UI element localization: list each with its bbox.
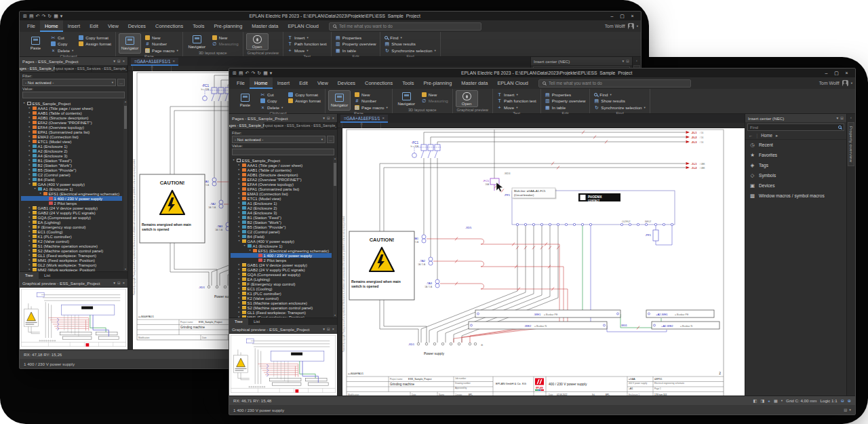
breadcrumb-home[interactable]: Home xyxy=(761,133,772,138)
ribbon-tab-view[interactable]: View xyxy=(313,77,333,89)
expander-icon[interactable]: ▸ xyxy=(237,163,241,166)
expander-icon[interactable]: ▸ xyxy=(237,220,241,223)
close-button[interactable]: × xyxy=(627,12,637,20)
ribbon-button-paste[interactable]: Paste xyxy=(234,90,256,111)
expander-icon[interactable]: ▸ xyxy=(237,287,241,290)
tree-item[interactable]: 1 400 / 230 V power supply xyxy=(231,253,332,258)
ribbon-tab-insert[interactable]: Insert xyxy=(63,20,85,32)
expander-icon[interactable]: ▸ xyxy=(237,277,241,280)
tree-item[interactable]: ▸GQA (Compressed air supply) xyxy=(21,215,122,220)
tree-item[interactable]: ▸AAB1 (Table of contents) xyxy=(231,168,332,172)
insert-item-favorites[interactable]: ★Favorites xyxy=(745,150,846,160)
current-transformers[interactable]: -TA1 1A / 5 A -TA2 1A / 5 A -TA3 1A / 5 … xyxy=(411,235,439,288)
ribbon-button-open[interactable]: Open xyxy=(246,33,269,50)
more-icon[interactable]: ▾ xyxy=(60,14,63,18)
tree-item[interactable]: ▸EA (Lighting) xyxy=(231,277,332,282)
schematic-page[interactable]: Protected by copyright. Passing on as we… xyxy=(342,128,745,396)
tree-item[interactable]: ▸C2 (Control panel) xyxy=(231,229,332,234)
ribbon-button-synchronize-selection[interactable]: ↻Synchronize selection▾ xyxy=(593,104,647,111)
property-overview-tab[interactable]: Property overview xyxy=(848,122,854,166)
ribbon-tab-home[interactable]: Home xyxy=(250,77,273,89)
expander-icon[interactable]: ▸ xyxy=(237,292,241,294)
tree-item[interactable]: ▸EFA2 (Overview "PROFINET") xyxy=(21,120,122,125)
expander-icon[interactable]: ▸ xyxy=(237,315,241,317)
ribbon-tab-master-data[interactable]: Master data xyxy=(456,77,492,89)
find-input[interactable] xyxy=(750,125,836,130)
close-tab-icon[interactable]: × xyxy=(173,59,176,63)
tree-item[interactable]: ▾EFS1 (Electrical engineering schematic) xyxy=(231,248,332,253)
undo-icon[interactable]: ↶ xyxy=(36,14,40,18)
ribbon-button-property-overview[interactable]: ▥Property overview xyxy=(334,41,378,47)
circuit-breaker-fc1[interactable]: -FC1 In = 32A xyxy=(410,141,441,158)
tree-item[interactable]: ▸MM1 (Feed workpiece: Position) xyxy=(231,315,332,317)
tree-item[interactable]: ▸ADB1 (Structure description) xyxy=(231,172,332,177)
snap-icon[interactable]: ◧ xyxy=(753,398,757,403)
expander-icon[interactable]: ▸ xyxy=(237,168,241,171)
tree-item[interactable]: ▸AAB1 (Table of contents) xyxy=(21,111,122,115)
current-transformers[interactable]: -TA1 1A / 5 A -TA2 1A / 5 A -TA3 1A / 5 … xyxy=(201,178,230,231)
tree-item[interactable]: ▸EMA3 (Connection list) xyxy=(21,134,122,139)
ribbon-button-copy-format[interactable]: Copy format xyxy=(287,92,322,98)
ribbon-button-cut[interactable]: ✂Cut xyxy=(50,35,75,41)
expander-icon[interactable]: ▸ xyxy=(28,254,31,256)
tree-item[interactable]: ▸B1 (Station "Feed") xyxy=(21,158,122,163)
expander-icon[interactable]: ▸ xyxy=(237,173,241,176)
ribbon-button-number[interactable]: #Number xyxy=(144,41,180,47)
close-panel-icon[interactable]: × xyxy=(123,59,125,63)
ribbon-button-new[interactable]: New xyxy=(144,35,180,41)
collapse-icon[interactable]: ‹ xyxy=(636,58,637,62)
expander-icon[interactable]: ▸ xyxy=(28,116,31,119)
tell-me-search[interactable] xyxy=(538,79,691,88)
tree-item[interactable]: ▸EA (Lighting) xyxy=(21,220,122,225)
tab-devices[interactable]: Devices - ESS_Sample_... xyxy=(92,65,127,72)
dropdown-icon[interactable]: ▾ xyxy=(113,59,115,63)
tree-item[interactable]: ▸S1 (Machine operation enclosure) xyxy=(21,244,122,248)
expander-icon[interactable]: ▸ xyxy=(237,197,241,199)
expander-icon[interactable]: ▸ xyxy=(237,296,241,299)
tree-item[interactable]: ▸GL1 (Feed workpiece: Transport) xyxy=(231,310,332,315)
tree-item[interactable]: 1 400 / 230 V power supply xyxy=(21,196,122,201)
expander-icon[interactable]: ▸ xyxy=(28,168,31,171)
ribbon-button-copy[interactable]: Copy xyxy=(50,41,75,47)
expander-icon[interactable]: ▾ xyxy=(248,249,252,252)
insert-item-symbols[interactable]: ◇Symbols xyxy=(745,170,846,180)
expander-icon[interactable]: ▸ xyxy=(237,206,241,209)
tree-item[interactable]: ▸B5 (Station "Provide") xyxy=(231,225,332,229)
views-icon[interactable]: ▦ xyxy=(263,71,268,75)
expander-icon[interactable]: ▸ xyxy=(28,154,31,157)
ribbon-button-show-results[interactable]: ▤Show results xyxy=(593,98,647,104)
ribbon-button-property-overview[interactable]: ▥Property overview xyxy=(544,98,587,104)
busbar-we1[interactable]: -WE1 = Busbar PE xyxy=(475,310,620,317)
expander-icon[interactable]: ▸ xyxy=(28,216,31,218)
tree-item[interactable]: ▸MM1 (Feed workpiece: Position) xyxy=(21,258,122,263)
schematic-canvas[interactable]: Protected by copyright. Passing on as we… xyxy=(342,128,732,396)
expander-icon[interactable]: ▸ xyxy=(237,268,241,271)
ribbon-button-move[interactable]: +Move▾ xyxy=(496,104,538,111)
expander-icon[interactable]: ▸ xyxy=(28,130,31,133)
tree-item[interactable]: 2 Pilot lamps xyxy=(231,258,332,263)
tree-item[interactable]: ▸B2 (Station "Work") xyxy=(231,220,332,225)
ribbon-button-properties[interactable]: ▤Properties xyxy=(334,35,378,41)
ribbon-button-new[interactable]: New xyxy=(211,35,240,41)
zoom-in-icon[interactable]: ⊕ xyxy=(848,398,851,403)
open-icon[interactable]: ▤ xyxy=(239,71,243,75)
ribbon-tab-file[interactable]: File xyxy=(232,77,250,89)
expander-icon[interactable]: ▸ xyxy=(28,249,31,252)
maximize-button[interactable]: ▢ xyxy=(617,12,627,20)
insert-item-window-macros-symbol-macros[interactable]: ▩Window macros / symbol macros xyxy=(745,191,846,201)
tree-item[interactable]: ▾ESS_Sample_Project xyxy=(231,158,332,163)
tree-item[interactable]: ▸AAA1 (Title page / cover sheet) xyxy=(21,106,122,111)
expander-icon[interactable]: ▸ xyxy=(28,107,31,109)
ribbon-button-insert[interactable]: TInsert▾ xyxy=(286,35,328,41)
expander-icon[interactable]: ▸ xyxy=(28,220,31,223)
ribbon-button-synchronize-selection[interactable]: ↻Synchronize selection▾ xyxy=(383,47,437,54)
grid-icon[interactable]: ▦ xyxy=(774,398,778,403)
graphical-preview[interactable] xyxy=(20,287,127,349)
ribbon-button-in-table[interactable]: ▦In table xyxy=(334,47,378,54)
more-icon[interactable]: ▾ xyxy=(270,71,273,75)
expander-icon[interactable]: ▸ xyxy=(237,263,241,266)
filter-dropdown[interactable]: - Not activated - ▾ xyxy=(232,136,326,143)
ribbon-button-copy[interactable]: Copy xyxy=(259,98,284,104)
tree-item[interactable]: ▸EC1 (Cooling) xyxy=(231,286,332,291)
tree-item[interactable]: ▸GL2 (Work workpiece: Transport) xyxy=(21,263,122,267)
